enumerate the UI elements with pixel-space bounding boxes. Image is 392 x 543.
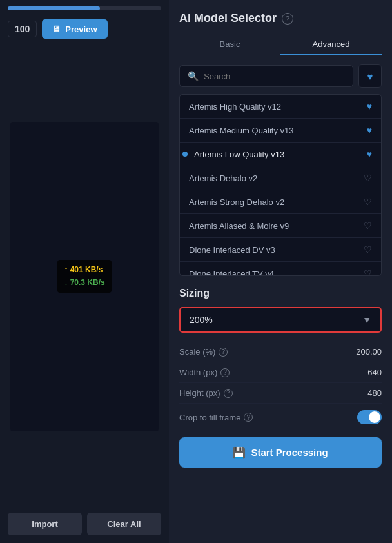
- model-list-scroll[interactable]: Artemis High Quality v12 ♥ Artemis Mediu…: [180, 95, 381, 275]
- start-processing-label: Start Processing: [251, 447, 328, 458]
- favorites-filter-button[interactable]: ♥: [358, 64, 382, 88]
- right-panel: AI Model Selector ? Basic Advanced 🔍 ♥ A…: [169, 0, 392, 543]
- favorite-icon[interactable]: ♡: [364, 197, 372, 207]
- sizing-section-title: Sizing: [179, 288, 382, 299]
- model-name: Artemis High Quality v12: [189, 102, 281, 112]
- favorite-icon[interactable]: ♡: [364, 244, 372, 255]
- count-badge: 100: [8, 21, 37, 37]
- width-value: 640: [368, 368, 382, 377]
- model-name: Artemis Low Quality v13: [189, 150, 284, 159]
- tabs-container: Basic Advanced: [179, 34, 382, 55]
- progress-bar-container: [8, 6, 161, 10]
- height-row: Height (px) ? 480: [179, 383, 382, 404]
- width-help-icon[interactable]: ?: [220, 368, 230, 377]
- model-item[interactable]: Dione Interlaced TV v4 ♡: [180, 262, 381, 275]
- scale-help-icon[interactable]: ?: [219, 348, 228, 357]
- panel-title: AI Model Selector: [179, 12, 277, 25]
- import-button[interactable]: Import: [8, 513, 82, 535]
- height-label: Height (px) ?: [179, 388, 233, 398]
- model-item[interactable]: Dione Interlaced DV v3 ♡: [180, 238, 381, 262]
- width-label: Width (px) ?: [179, 368, 230, 377]
- search-input[interactable]: [204, 72, 345, 81]
- scale-value: 200.00: [356, 347, 382, 357]
- favorite-icon[interactable]: ♥: [367, 125, 372, 135]
- heart-icon: ♥: [368, 71, 373, 82]
- left-panel: 100 🖥 Preview ↑ 401 KB/s ↓ 70.3 KB/s Imp…: [0, 0, 169, 543]
- model-item[interactable]: Artemis Dehalo v2 ♡: [180, 166, 381, 190]
- model-name: Artemis Dehalo v2: [189, 173, 257, 183]
- scale-row: Scale (%) ? 200.00: [179, 342, 382, 362]
- search-icon: 🔍: [188, 71, 199, 81]
- search-box: 🔍: [179, 65, 353, 87]
- toggle-knob: [369, 411, 380, 423]
- model-list: Artemis High Quality v12 ♥ Artemis Mediu…: [179, 94, 382, 276]
- model-name: Artemis Strong Dehalo v2: [189, 197, 284, 207]
- crop-label: Crop to fill frame ?: [179, 413, 253, 422]
- width-row: Width (px) ? 640: [179, 362, 382, 383]
- help-icon[interactable]: ?: [282, 13, 293, 25]
- model-item[interactable]: Artemis Strong Dehalo v2 ♡: [180, 190, 381, 214]
- model-item[interactable]: Artemis Aliased & Moire v9 ♡: [180, 214, 381, 238]
- tab-advanced[interactable]: Advanced: [280, 34, 382, 55]
- network-stats: ↑ 401 KB/s ↓ 70.3 KB/s: [57, 260, 111, 292]
- top-controls: 100 🖥 Preview: [8, 19, 161, 39]
- crop-toggle[interactable]: [357, 410, 382, 424]
- height-help-icon[interactable]: ?: [224, 389, 233, 398]
- download-stat: ↓ 70.3 KB/s: [64, 277, 104, 289]
- clear-all-button[interactable]: Clear All: [87, 513, 161, 535]
- start-processing-button[interactable]: 💾 Start Processing: [179, 437, 382, 468]
- model-name: Dione Interlaced DV v3: [189, 245, 275, 255]
- model-name: Artemis Aliased & Moire v9: [189, 221, 289, 231]
- search-row: 🔍 ♥: [179, 64, 382, 88]
- panel-header: AI Model Selector ?: [179, 12, 382, 25]
- model-item[interactable]: Artemis Medium Quality v13 ♥: [180, 119, 381, 143]
- active-indicator: [182, 152, 188, 157]
- favorite-icon[interactable]: ♡: [364, 173, 372, 183]
- upload-stat: ↑ 401 KB/s: [64, 264, 104, 276]
- progress-bar-fill: [8, 6, 100, 10]
- start-processing-icon: 💾: [233, 446, 246, 459]
- left-top-area: 100 🖥 Preview: [0, 0, 169, 48]
- favorite-icon[interactable]: ♡: [364, 221, 372, 231]
- model-name: Dione Interlaced TV v4: [189, 269, 274, 276]
- model-item-active[interactable]: Artemis Low Quality v13 ♥: [180, 143, 381, 166]
- scale-label: Scale (%) ?: [179, 347, 228, 357]
- preview-button[interactable]: 🖥 Preview: [42, 19, 107, 39]
- sizing-dropdown[interactable]: 200% ▼: [179, 307, 382, 333]
- video-preview-area: ↑ 401 KB/s ↓ 70.3 KB/s: [10, 122, 159, 431]
- favorite-icon[interactable]: ♥: [367, 149, 372, 159]
- model-name: Artemis Medium Quality v13: [189, 126, 294, 135]
- crop-row: Crop to fill frame ?: [179, 404, 382, 431]
- monitor-icon: 🖥: [52, 24, 61, 34]
- crop-help-icon[interactable]: ?: [244, 413, 253, 422]
- chevron-down-icon: ▼: [362, 315, 371, 325]
- height-value: 480: [368, 388, 382, 398]
- left-bottom-area: Import Clear All: [0, 505, 169, 543]
- favorite-icon[interactable]: ♥: [367, 101, 372, 112]
- favorite-icon[interactable]: ♡: [364, 268, 372, 275]
- model-item[interactable]: Artemis High Quality v12 ♥: [180, 95, 381, 119]
- sizing-dropdown-value: 200%: [190, 315, 213, 325]
- preview-label: Preview: [65, 25, 97, 34]
- tab-basic[interactable]: Basic: [179, 34, 280, 55]
